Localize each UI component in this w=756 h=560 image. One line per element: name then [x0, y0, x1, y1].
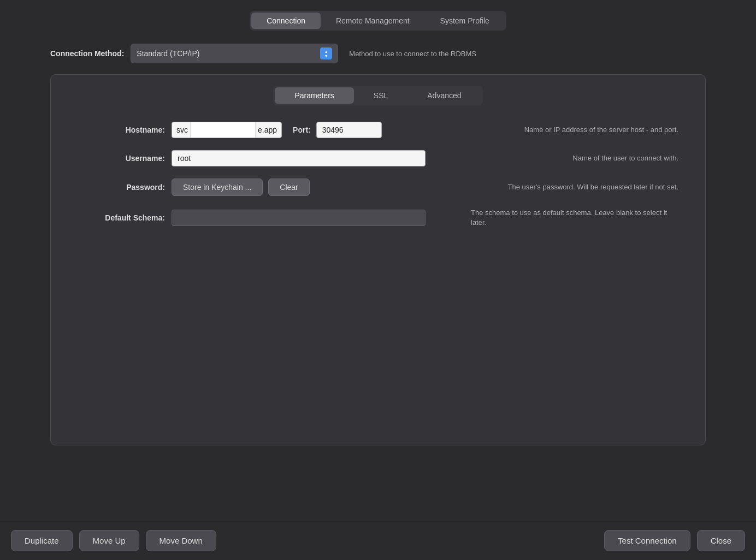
duplicate-button[interactable]: Duplicate: [11, 530, 73, 551]
hostname-inputs: svc e.app Port:: [172, 122, 507, 138]
username-label: Username:: [78, 154, 165, 163]
hostname-suffix: e.app: [256, 126, 281, 134]
hostname-row: Hostname: svc e.app Port: Name or IP add…: [78, 122, 678, 138]
connection-method-hint: Method to use to connect to the RDBMS: [349, 50, 476, 58]
top-tab-bar: Connection Remote Management System Prof…: [250, 11, 506, 31]
hostname-hint: Name or IP address of the server host - …: [524, 125, 678, 135]
default-schema-input[interactable]: [172, 210, 426, 226]
move-up-button[interactable]: Move Up: [79, 530, 139, 551]
move-down-button[interactable]: Move Down: [146, 530, 216, 551]
inner-panel: Parameters SSL Advanced Hostname: svc e.…: [50, 74, 706, 445]
password-hint: The user's password. Will be requested l…: [508, 182, 678, 192]
clear-button[interactable]: Clear: [268, 178, 309, 196]
test-connection-button[interactable]: Test Connection: [604, 530, 690, 551]
tab-ssl[interactable]: SSL: [354, 87, 407, 104]
default-schema-row: Default Schema: The schema to use as def…: [78, 208, 678, 228]
tab-system-profile[interactable]: System Profile: [425, 13, 505, 29]
connection-method-value: Standard (TCP/IP): [137, 49, 320, 58]
schema-inputs: [172, 210, 453, 226]
connection-method-row: Connection Method: Standard (TCP/IP) Met…: [50, 44, 706, 63]
default-schema-label: Default Schema:: [78, 213, 165, 222]
hostname-prefix: svc: [172, 126, 190, 134]
hostname-label: Hostname:: [78, 126, 165, 134]
connection-method-label: Connection Method:: [50, 49, 124, 58]
store-in-keychain-button[interactable]: Store in Keychain ...: [172, 178, 263, 196]
form-area: Hostname: svc e.app Port: Name or IP add…: [78, 122, 678, 240]
sub-tab-bar: Parameters SSL Advanced: [273, 86, 482, 105]
password-label: Password:: [78, 183, 165, 192]
tab-remote-management[interactable]: Remote Management: [321, 13, 425, 29]
username-row: Username: Name of the user to connect wi…: [78, 150, 678, 166]
select-arrow-icon: [320, 47, 332, 59]
port-input[interactable]: [316, 122, 382, 138]
username-inputs: [172, 150, 555, 166]
default-schema-hint: The schema to use as default schema. Lea…: [471, 208, 678, 228]
bottom-toolbar: Duplicate Move Up Move Down Test Connect…: [0, 521, 756, 560]
tab-advanced[interactable]: Advanced: [407, 87, 481, 104]
password-inputs: Store in Keychain ... Clear: [172, 178, 491, 196]
tab-connection[interactable]: Connection: [251, 13, 321, 29]
hostname-redacted-block: [190, 122, 256, 138]
port-label: Port:: [293, 126, 311, 134]
password-row: Password: Store in Keychain ... Clear Th…: [78, 178, 678, 196]
username-input[interactable]: [172, 150, 426, 166]
tab-parameters[interactable]: Parameters: [275, 87, 353, 104]
main-content: Connection Remote Management System Prof…: [0, 0, 756, 521]
hostname-field[interactable]: svc e.app: [172, 122, 282, 138]
username-hint: Name of the user to connect with.: [572, 153, 678, 163]
connection-method-select[interactable]: Standard (TCP/IP): [131, 44, 338, 63]
close-button[interactable]: Close: [697, 530, 745, 551]
